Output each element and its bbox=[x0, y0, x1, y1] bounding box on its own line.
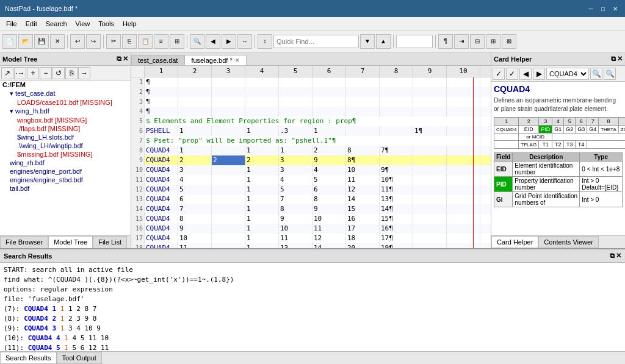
card-zoom-btn[interactable]: 🔍 bbox=[604, 68, 616, 80]
tree-add-btn[interactable]: + bbox=[27, 67, 39, 79]
table-row[interactable]: 16CQUAD49110111716¶ bbox=[131, 224, 491, 234]
quick-find-input[interactable] bbox=[273, 35, 359, 48]
grid-container[interactable]: 1 2 3 4 5 6 7 8 9 10 1¶2¶3¶4¶5$ Elem bbox=[131, 66, 491, 248]
card-nav-back[interactable]: ✓ bbox=[493, 68, 505, 80]
grid-cell[interactable]: 10 bbox=[279, 224, 312, 234]
grid-cell[interactable] bbox=[413, 146, 447, 155]
close-card-icon[interactable]: ✕ bbox=[617, 55, 623, 63]
float-card-icon[interactable]: ⧉ bbox=[611, 55, 616, 63]
grid-cell[interactable] bbox=[413, 194, 447, 204]
grid-cell[interactable] bbox=[212, 224, 245, 234]
grid-cell[interactable]: 9¶ bbox=[380, 165, 413, 175]
tab-test-case[interactable]: test_case.dat bbox=[131, 55, 184, 65]
grid-cell[interactable]: 10 bbox=[178, 234, 212, 243]
grid-cell[interactable]: 9 bbox=[312, 204, 346, 214]
grid-cell[interactable] bbox=[346, 87, 380, 97]
grid-cell[interactable]: CQUAD4 bbox=[145, 224, 178, 234]
grid-cell[interactable]: 11 bbox=[178, 243, 212, 248]
grid-cell[interactable]: 5 bbox=[178, 185, 212, 194]
tab-search-results[interactable]: Search Results bbox=[0, 352, 57, 364]
grid-cell[interactable]: CQUAD4 bbox=[145, 204, 178, 214]
tab-file-browser[interactable]: File Browser bbox=[0, 236, 48, 248]
grid-cell[interactable]: ¶ bbox=[145, 87, 178, 97]
grid-cell[interactable]: 9 bbox=[279, 214, 312, 224]
grid-cell[interactable] bbox=[212, 194, 245, 204]
minimize-button[interactable]: ─ bbox=[586, 4, 596, 13]
grid-cell[interactable]: .3 bbox=[279, 126, 312, 136]
grid-cell[interactable] bbox=[447, 155, 480, 165]
grid-cell[interactable] bbox=[212, 146, 245, 155]
table-row[interactable]: 5$ Elements and Element Properties for r… bbox=[131, 116, 491, 126]
grid-cell[interactable] bbox=[245, 77, 279, 87]
grid-cell[interactable] bbox=[212, 175, 245, 185]
grid-cell[interactable]: 1 bbox=[245, 146, 279, 155]
find-next-button[interactable]: ▶ bbox=[222, 34, 236, 49]
grid-cell[interactable]: 9 bbox=[178, 224, 212, 234]
find-up-button[interactable]: ▲ bbox=[376, 34, 391, 49]
table-row[interactable]: 3¶ bbox=[131, 97, 491, 107]
grid-cell[interactable] bbox=[413, 97, 447, 107]
grid-cell[interactable] bbox=[279, 107, 312, 116]
grid-cell[interactable] bbox=[212, 165, 245, 175]
grid-cell[interactable] bbox=[447, 126, 480, 136]
grid-cell[interactable]: 6 bbox=[178, 194, 212, 204]
table-row[interactable]: 13CQUAD461781413¶ bbox=[131, 194, 491, 204]
table-row[interactable]: 2¶ bbox=[131, 87, 491, 97]
grid-cell[interactable] bbox=[346, 107, 380, 116]
grid-cell[interactable]: 1 bbox=[245, 194, 279, 204]
list-item[interactable]: .\\wing_LH/wingtip.bdf bbox=[0, 141, 131, 150]
grid-cell[interactable] bbox=[447, 87, 480, 97]
grid-cell[interactable]: 12 bbox=[346, 185, 380, 194]
table-row[interactable]: 10CQUAD43134109¶ bbox=[131, 165, 491, 175]
grid-cell[interactable] bbox=[346, 126, 380, 136]
grid-cell[interactable] bbox=[380, 107, 413, 116]
new-button[interactable]: 📄 bbox=[2, 34, 17, 49]
grid-cell[interactable]: 16¶ bbox=[380, 224, 413, 234]
grid-cell[interactable]: 2 bbox=[312, 146, 346, 155]
grid-cell[interactable]: 1 bbox=[245, 234, 279, 243]
tab-fuselage[interactable]: fuselage.bdf * ✕ bbox=[184, 55, 246, 65]
grid-cell[interactable]: 7 bbox=[279, 194, 312, 204]
grid-cell[interactable]: 11 bbox=[312, 224, 346, 234]
menu-item-edit[interactable]: Edit bbox=[22, 19, 41, 29]
tree-remove-btn[interactable]: − bbox=[40, 67, 52, 79]
list-item[interactable]: tail.bdf bbox=[0, 184, 131, 193]
grid-cell[interactable] bbox=[212, 87, 245, 97]
grid-cell[interactable] bbox=[380, 77, 413, 87]
grid-cell[interactable] bbox=[178, 87, 212, 97]
grid-cell[interactable]: ¶ bbox=[145, 97, 178, 107]
grid-cell[interactable] bbox=[212, 243, 245, 248]
list-item[interactable]: $wing_LH.slots.bdf bbox=[0, 133, 131, 141]
grid-cell[interactable] bbox=[245, 87, 279, 97]
grid-cell[interactable]: 20 bbox=[346, 243, 380, 248]
tree-copy-btn[interactable]: ⎘ bbox=[65, 67, 78, 79]
grid-cell[interactable]: 7¶ bbox=[380, 146, 413, 155]
grid-cell[interactable] bbox=[413, 243, 447, 248]
grid-cell[interactable] bbox=[178, 97, 212, 107]
table-row[interactable]: 1¶ bbox=[131, 77, 491, 87]
grid-cell[interactable]: 18 bbox=[346, 234, 380, 243]
grid-cell[interactable] bbox=[447, 146, 480, 155]
grid-cell[interactable]: ¶ bbox=[145, 77, 178, 87]
grid-cell[interactable]: 10 bbox=[312, 214, 346, 224]
grid-cell[interactable]: 1 bbox=[245, 185, 279, 194]
grid-cell[interactable] bbox=[447, 77, 480, 87]
grid-cell[interactable] bbox=[413, 224, 447, 234]
grid-cell[interactable] bbox=[312, 97, 346, 107]
wrap-button[interactable]: ¶ bbox=[438, 34, 453, 49]
grid-cell[interactable] bbox=[346, 77, 380, 87]
grid-cell[interactable] bbox=[413, 204, 447, 214]
cut-button[interactable]: ✂ bbox=[106, 34, 121, 49]
copy-button[interactable]: ⎘ bbox=[122, 34, 137, 49]
grid-cell[interactable] bbox=[212, 126, 245, 136]
table-row[interactable]: 9CQUAD4222398¶ bbox=[131, 155, 491, 165]
grid-cell[interactable]: 4 bbox=[279, 175, 312, 185]
tab-close-icon[interactable]: ✕ bbox=[235, 57, 240, 63]
grid-cell[interactable] bbox=[447, 234, 480, 243]
table-row[interactable]: 15CQUAD4819101615¶ bbox=[131, 214, 491, 224]
grid-cell[interactable] bbox=[413, 214, 447, 224]
list-item[interactable]: wing_rh.bdf bbox=[0, 159, 131, 167]
tree-action-btn1[interactable]: ↗ bbox=[1, 67, 13, 79]
grid-cell[interactable] bbox=[279, 97, 312, 107]
close-button[interactable]: ✕ bbox=[610, 4, 620, 13]
